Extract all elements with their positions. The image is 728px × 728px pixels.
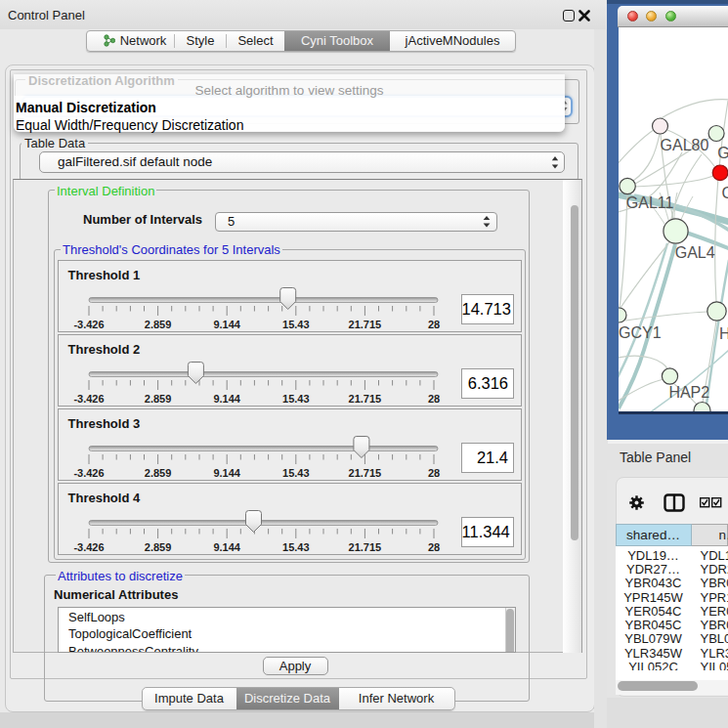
- svg-text:28: 28: [427, 467, 439, 479]
- svg-text:GAL80: GAL80: [660, 136, 708, 152]
- svg-text:2.859: 2.859: [144, 541, 171, 553]
- svg-text:9.144: 9.144: [213, 393, 240, 405]
- svg-text:HI: HI: [718, 324, 728, 341]
- svg-text:21.715: 21.715: [348, 467, 381, 479]
- svg-text:-3.426: -3.426: [73, 541, 104, 553]
- svg-text:-3.426: -3.426: [73, 393, 104, 405]
- svg-text:GA: GA: [717, 145, 728, 161]
- svg-text:-3.426: -3.426: [73, 319, 104, 330]
- svg-text:15.43: 15.43: [282, 541, 310, 553]
- svg-text:15.43: 15.43: [282, 393, 310, 405]
- svg-text:21.715: 21.715: [348, 319, 381, 330]
- svg-text:HAP2: HAP2: [668, 384, 709, 401]
- svg-text:15.43: 15.43: [282, 467, 310, 479]
- svg-text:28: 28: [427, 541, 439, 553]
- svg-text:15.43: 15.43: [282, 319, 310, 330]
- svg-text:2.859: 2.859: [144, 319, 171, 330]
- svg-text:9.144: 9.144: [213, 319, 240, 330]
- svg-text:28: 28: [427, 319, 439, 330]
- svg-text:21.715: 21.715: [348, 541, 381, 553]
- svg-text:-3.426: -3.426: [73, 467, 104, 479]
- svg-text:GAL4: GAL4: [674, 243, 714, 260]
- svg-text:28: 28: [427, 393, 439, 405]
- svg-text:21.715: 21.715: [348, 393, 381, 405]
- svg-text:GCY1: GCY1: [619, 324, 662, 341]
- svg-text:2.859: 2.859: [144, 467, 171, 479]
- svg-text:9.144: 9.144: [213, 467, 240, 479]
- svg-text:GAL11: GAL11: [625, 193, 673, 210]
- svg-text:2.859: 2.859: [144, 393, 171, 405]
- svg-text:C: C: [721, 184, 728, 200]
- svg-text:9.144: 9.144: [213, 541, 240, 553]
